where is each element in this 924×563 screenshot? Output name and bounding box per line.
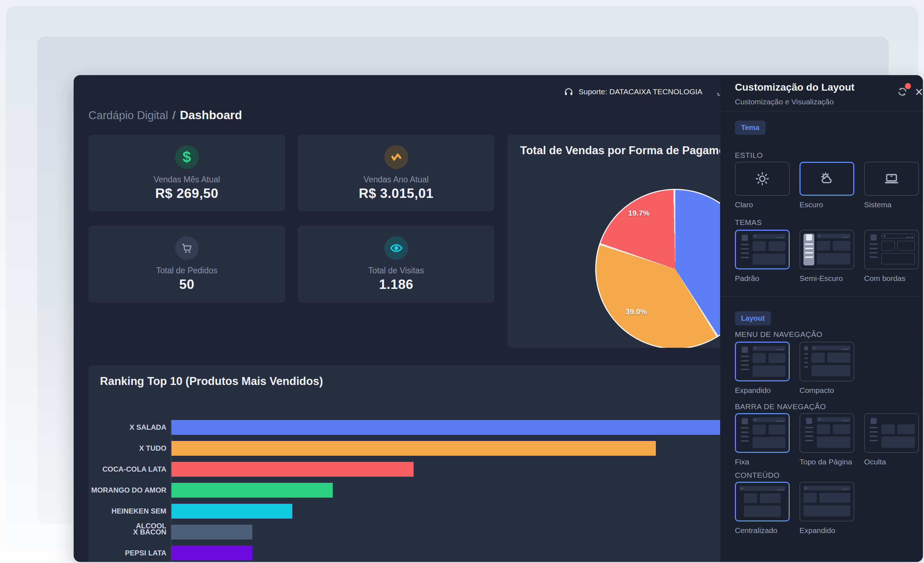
- temas-options: Padrão Semi-Escuro Com bordas: [735, 230, 919, 283]
- bar-label: PEPSI LATA: [88, 546, 171, 560]
- panel-title: Customização do Layout: [735, 82, 854, 93]
- theme-thumbnail-com-bordas[interactable]: [864, 230, 919, 269]
- section-label-estilo: ESTILO: [735, 151, 763, 160]
- stat-value: 50: [179, 277, 194, 292]
- section-label-menu: MENU DE NAVEGAÇÃO: [735, 330, 823, 339]
- menu-thumbnail-expandido[interactable]: [735, 342, 790, 381]
- stat-label: Vendas Ano Atual: [363, 175, 428, 185]
- conteudo-options: Centralizado Expandido: [735, 482, 854, 535]
- divider: [720, 111, 923, 112]
- notification-dot: [905, 83, 911, 89]
- option-sistema[interactable]: Sistema: [864, 162, 919, 209]
- stat-card-visitas: Total de Visitas 1.186: [298, 226, 495, 303]
- sun-icon[interactable]: [735, 162, 790, 196]
- divider: [720, 296, 923, 296]
- option-conteudo-expandido[interactable]: Expandido: [800, 482, 854, 535]
- stat-label: Total de Visitas: [368, 266, 424, 276]
- theme-thumbnail-semi-escuro[interactable]: [800, 230, 854, 269]
- theme-thumbnail-padrao[interactable]: [735, 230, 790, 269]
- option-barra-oculta[interactable]: Oculta: [864, 413, 919, 466]
- menu-thumbnail-compacto[interactable]: [800, 342, 854, 381]
- conteudo-thumbnail-centralizado[interactable]: [735, 482, 790, 521]
- option-menu-compacto[interactable]: Compacto: [800, 342, 854, 395]
- cart-icon: [175, 236, 199, 260]
- bar-row: MORANGO DO AMOR: [88, 483, 798, 504]
- stat-card-vendas-mes: $ Vendas Mês Atual R$ 269,50: [88, 135, 285, 211]
- ranking-bar-chart: X SALADA X TUDO COCA-COLA LATA MORANGO D…: [88, 420, 798, 562]
- bar-label: X BACON: [88, 525, 171, 539]
- bar[interactable]: [171, 441, 656, 456]
- pie-chart-title: Total de Vendas por Forma de Pagamento: [520, 144, 742, 157]
- option-menu-expandido[interactable]: Expandido: [735, 342, 790, 395]
- bar-row: HEINEKEN SEM ALCOOL: [88, 504, 798, 525]
- bar[interactable]: [171, 483, 333, 498]
- eye-icon: [384, 236, 408, 260]
- close-icon[interactable]: ✕: [915, 86, 923, 98]
- bar-row: COCA-COLA LATA: [88, 462, 798, 483]
- pie-slice-label: 39.0%: [626, 307, 647, 316]
- refresh-icon[interactable]: [897, 86, 909, 98]
- stat-label: Total de Pedidos: [156, 266, 217, 276]
- bar-row: X TUDO: [88, 441, 798, 462]
- tema-chip: Tema: [735, 121, 765, 135]
- stat-value: R$ 3.015,01: [359, 186, 434, 201]
- barra-thumbnail-topo[interactable]: [800, 413, 854, 453]
- bar[interactable]: [171, 546, 252, 560]
- stat-card-pedidos: Total de Pedidos 50: [88, 226, 285, 303]
- pie-slice-label: 19.7%: [628, 209, 650, 218]
- bar[interactable]: [171, 525, 252, 539]
- bar[interactable]: [171, 462, 414, 477]
- bar[interactable]: [171, 504, 292, 519]
- trend-icon: [384, 145, 408, 169]
- breadcrumb: Cardápio Digital / Dashboard: [88, 108, 242, 122]
- layout-chip: Layout: [735, 311, 771, 325]
- panel-subtitle: Customização e Visualização: [735, 98, 834, 106]
- barra-thumbnail-oculta[interactable]: [864, 413, 919, 453]
- bar-label: COCA-COLA LATA: [88, 462, 171, 477]
- bar[interactable]: [171, 420, 736, 435]
- bar-label: MORANGO DO AMOR: [88, 483, 171, 498]
- dollar-icon: $: [175, 145, 199, 169]
- breadcrumb-section[interactable]: Cardápio Digital: [88, 109, 168, 122]
- option-barra-topo[interactable]: Topo da Página: [800, 413, 854, 466]
- support-label: Suporte: DATACAIXA TECNOLOGIA: [579, 87, 702, 96]
- ranking-title: Ranking Top 10 (Produtos Mais Vendidos): [100, 375, 323, 388]
- conteudo-thumbnail-expandido[interactable]: [800, 482, 854, 521]
- bar-label: X TUDO: [88, 441, 171, 456]
- stat-card-vendas-ano: Vendas Ano Atual R$ 3.015,01: [298, 135, 495, 211]
- option-claro[interactable]: Claro: [735, 162, 790, 209]
- stat-value: R$ 269,50: [155, 186, 218, 201]
- laptop-icon[interactable]: [864, 162, 919, 196]
- section-label-barra: BARRA DE NAVEGAÇÃO: [735, 402, 826, 411]
- barra-thumbnail-fixa[interactable]: [735, 413, 790, 453]
- bar-row: X SALADA: [88, 420, 798, 441]
- barra-options: Fixa Topo da Página Oculta: [735, 413, 919, 466]
- bar-row: PEPSI LATA: [88, 546, 798, 562]
- menu-options: Expandido Compacto: [735, 342, 854, 395]
- option-semi-escuro[interactable]: Semi-Escuro: [800, 230, 854, 283]
- stat-label: Vendas Mês Atual: [153, 175, 220, 185]
- sun-cloud-icon[interactable]: [800, 162, 854, 196]
- bar-label: X SALADA: [88, 420, 171, 435]
- page-title: Dashboard: [180, 108, 242, 122]
- estilo-options: Claro Escuro: [735, 162, 919, 209]
- headset-icon: [564, 87, 573, 97]
- breadcrumb-separator: /: [172, 109, 176, 122]
- section-label-conteudo: CONTEÚDO: [735, 471, 780, 480]
- section-label-temas: TEMAS: [735, 218, 762, 227]
- bar-row: X BACON: [88, 525, 798, 546]
- option-conteudo-centralizado[interactable]: Centralizado: [735, 482, 790, 535]
- option-padrao[interactable]: Padrão: [735, 230, 790, 283]
- layout-customization-panel: Customização do Layout ✕ Customização e …: [720, 75, 923, 562]
- app-window: Suporte: DATACAIXA TECNOLOGIA +55( Cardá…: [74, 75, 923, 562]
- option-escuro[interactable]: Escuro: [800, 162, 854, 209]
- ranking-card: Ranking Top 10 (Produtos Mais Vendidos) …: [88, 365, 798, 562]
- stat-value: 1.186: [379, 277, 413, 292]
- option-barra-fixa[interactable]: Fixa: [735, 413, 790, 466]
- option-com-bordas[interactable]: Com bordas: [864, 230, 919, 283]
